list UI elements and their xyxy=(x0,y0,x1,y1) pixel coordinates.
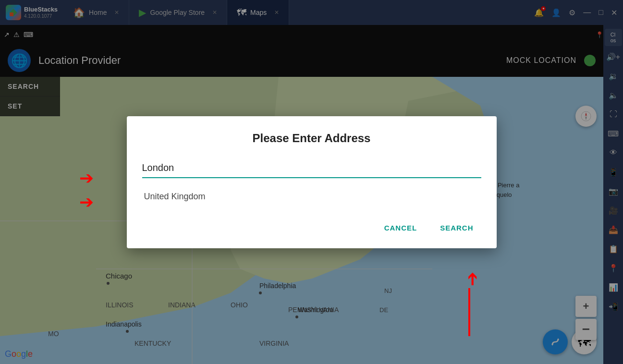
address-input[interactable] xyxy=(142,158,481,177)
dialog-overlay: ➔ ➔ ➔ Please Enter Address United Kingdo… xyxy=(0,0,623,364)
cancel-button[interactable]: CANCEL xyxy=(377,219,425,237)
dialog-suggestion[interactable]: United Kingdom xyxy=(142,186,481,207)
dialog-actions: CANCEL SEARCH xyxy=(142,219,481,237)
search-button-dialog[interactable]: SEARCH xyxy=(432,219,481,237)
arrow-left-2: ➔ xyxy=(79,192,94,212)
arrow-left-1: ➔ xyxy=(79,168,94,188)
dialog-title: Please Enter Address xyxy=(142,132,481,145)
arrow-line xyxy=(468,288,470,336)
arrow-up-search: ➔ xyxy=(462,272,482,286)
dialog-input-container xyxy=(142,158,481,178)
dialog: Please Enter Address United Kingdom CANC… xyxy=(127,116,497,248)
